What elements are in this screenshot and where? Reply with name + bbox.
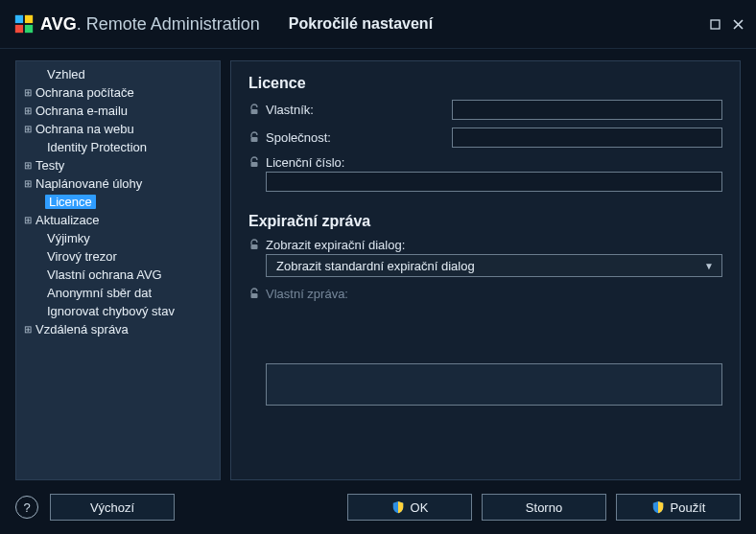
lock-icon — [248, 131, 262, 145]
avg-logo-icon — [13, 13, 35, 35]
lock-icon — [248, 239, 262, 252]
tree-item[interactable]: Ignorovat chybový stav — [16, 302, 220, 320]
tree-item-label: Vzhled — [45, 67, 85, 81]
company-label: Společnost: — [266, 130, 452, 145]
tree-item-label: Ignorovat chybový stav — [45, 304, 175, 318]
tree-item-label: Identity Protection — [45, 140, 147, 154]
lock-icon — [248, 104, 262, 117]
tree-item-label: Ochrana počítače — [34, 85, 134, 100]
tree-item-label: Ochrana na webu — [34, 122, 134, 136]
svg-rect-5 — [251, 109, 258, 114]
tree-item[interactable]: Identity Protection — [16, 138, 220, 156]
ok-button[interactable]: OK — [347, 494, 472, 521]
expand-icon[interactable]: ⊞ — [22, 324, 34, 335]
apply-button[interactable]: Použít — [616, 494, 741, 521]
tree-item-label: Virový trezor — [45, 249, 117, 264]
app-logo: AVG. Remote Administration — [13, 13, 260, 35]
shield-icon — [391, 500, 405, 514]
tree-item[interactable]: ⊞Testy — [16, 156, 220, 174]
tree-item[interactable]: Výjimky — [16, 229, 220, 247]
svg-rect-6 — [251, 137, 258, 142]
tree-item-label: Licence — [45, 195, 96, 209]
tree-item[interactable]: Vzhled — [16, 65, 220, 83]
shield-icon — [651, 500, 665, 514]
expand-icon[interactable]: ⊞ — [22, 105, 34, 116]
brand-thin: Remote Administration — [86, 14, 260, 34]
tree-item-label: Testy — [34, 158, 64, 173]
tree-item[interactable]: ⊞Ochrana e-mailu — [16, 102, 220, 120]
svg-rect-9 — [251, 293, 258, 298]
tree-item[interactable]: Virový trezor — [16, 247, 220, 266]
chevron-down-icon: ▼ — [704, 261, 714, 271]
expand-icon[interactable]: ⊞ — [22, 215, 34, 225]
titlebar: AVG. Remote Administration Pokročilé nas… — [0, 0, 756, 49]
cancel-button[interactable]: Storno — [482, 494, 606, 521]
license-number-input[interactable] — [266, 172, 722, 192]
tree-item-label: Aktualizace — [34, 213, 99, 227]
tree-item[interactable]: Vlastní ochrana AVG — [16, 266, 220, 284]
company-input[interactable] — [452, 128, 722, 148]
tree-item-label: Ochrana e-mailu — [34, 104, 128, 118]
window-subtitle: Pokročilé nastavení — [289, 15, 433, 33]
settings-tree[interactable]: Vzhled⊞Ochrana počítače⊞Ochrana e-mailu⊞… — [15, 60, 221, 480]
owner-input[interactable] — [452, 100, 722, 120]
brand-bold: AVG — [40, 14, 77, 34]
expand-icon[interactable]: ⊞ — [22, 124, 34, 134]
svg-rect-3 — [25, 25, 33, 33]
select-value: Zobrazit standardní expirační dialog — [276, 259, 475, 273]
section-expiration: Expirační zpráva — [248, 213, 722, 230]
custom-message-label: Vlastní zpráva: — [266, 287, 348, 301]
custom-message-textarea — [266, 363, 722, 406]
svg-rect-0 — [15, 15, 23, 23]
help-button[interactable]: ? — [15, 496, 38, 519]
expand-icon[interactable]: ⊞ — [22, 160, 34, 171]
tree-item-label: Anonymní sběr dat — [45, 286, 152, 300]
svg-rect-2 — [15, 25, 23, 33]
footer: ? Výchozí OK Storno Použít — [0, 480, 756, 534]
section-license: Licence — [248, 75, 722, 92]
lock-icon — [248, 288, 262, 301]
tree-item[interactable]: ⊞Ochrana počítače — [16, 83, 220, 102]
tree-item[interactable]: Anonymní sběr dat — [16, 284, 220, 302]
svg-rect-7 — [251, 162, 258, 167]
tree-item-label: Naplánované úlohy — [34, 176, 142, 191]
tree-item[interactable]: Licence — [16, 193, 220, 211]
svg-rect-1 — [25, 15, 33, 23]
expiration-dialog-select[interactable]: Zobrazit standardní expirační dialog ▼ — [266, 254, 722, 277]
tree-item[interactable]: ⊞Ochrana na webu — [16, 120, 220, 138]
tree-item[interactable]: ⊞Vzdálená správa — [16, 320, 220, 338]
show-dialog-label: Zobrazit expirační dialog: — [266, 238, 405, 252]
svg-rect-4 — [711, 20, 720, 29]
tree-item[interactable]: ⊞Naplánované úlohy — [16, 174, 220, 193]
tree-item-label: Vlastní ochrana AVG — [45, 267, 162, 282]
lock-icon — [248, 156, 262, 170]
svg-rect-8 — [251, 244, 258, 249]
close-button[interactable] — [729, 15, 746, 33]
expand-icon[interactable]: ⊞ — [22, 87, 34, 98]
maximize-button[interactable] — [706, 15, 723, 33]
main-panel: Licence Vlastník: Společnost: Lic — [230, 60, 741, 480]
tree-item-label: Výjimky — [45, 231, 90, 245]
owner-label: Vlastník: — [266, 103, 452, 117]
tree-item[interactable]: ⊞Aktualizace — [16, 211, 220, 229]
expand-icon[interactable]: ⊞ — [22, 178, 34, 189]
license-number-label: Licenční číslo: — [266, 155, 458, 170]
tree-item-label: Vzdálená správa — [34, 322, 129, 337]
defaults-button[interactable]: Výchozí — [50, 494, 175, 521]
